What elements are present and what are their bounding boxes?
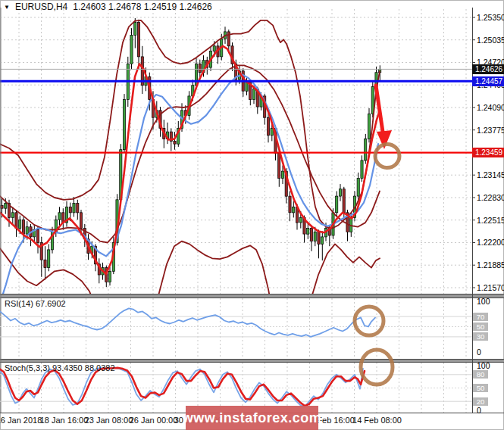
chart-ohlc-readout: 1.24603 1.24678 1.24519 1.24626 bbox=[73, 2, 212, 12]
rsi-indicator-label: RSI(14) 67.6902 bbox=[5, 299, 66, 308]
bollinger-lower-line bbox=[0, 241, 380, 411]
chart-window: ▼ EURUSD,H4 1.24603 1.24678 1.24519 1.24… bbox=[0, 0, 504, 430]
bollinger-middle-line bbox=[0, 65, 380, 242]
highlight-circle-price[interactable] bbox=[375, 145, 399, 168]
panel-separator[interactable] bbox=[0, 359, 504, 363]
rsi-line bbox=[0, 308, 375, 337]
panel-separator[interactable] bbox=[0, 294, 504, 298]
highlight-circle-rsi[interactable] bbox=[355, 307, 383, 335]
stoch-panel bbox=[0, 368, 472, 407]
chart-title: ▼ EURUSD,H4 1.24603 1.24678 1.24519 1.24… bbox=[4, 2, 212, 12]
chart-symbol-timeframe: EURUSD,H4 bbox=[15, 2, 67, 12]
chart-marker-icon[interactable]: ▼ bbox=[4, 4, 10, 11]
stoch-indicator-label: Stoch(5,3,3) 93.4350 88.0382 bbox=[5, 363, 115, 372]
watermark-banner: www.instaforex.com bbox=[186, 406, 318, 430]
rsi-panel bbox=[0, 308, 472, 337]
